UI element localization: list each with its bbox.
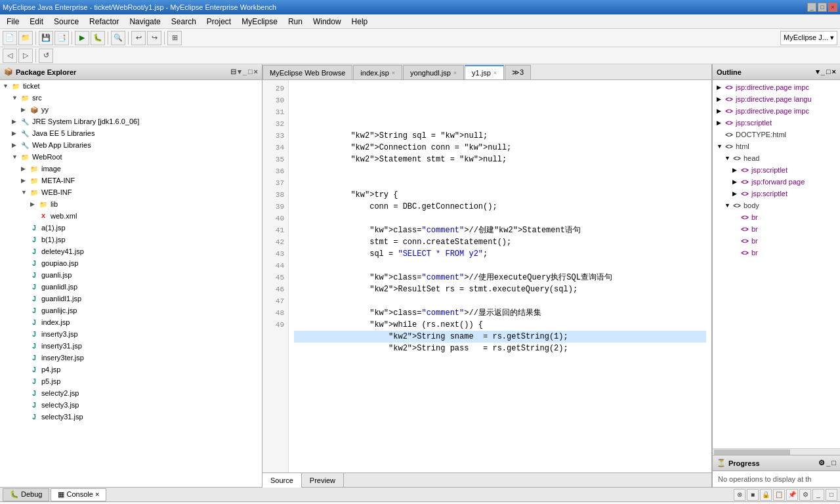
tab-close-button[interactable]: × (494, 70, 497, 76)
tree-item[interactable]: Jindex.jsp (0, 316, 262, 328)
console-clear[interactable]: ⊗ (734, 489, 746, 501)
tree-item[interactable]: ▶📁lib (0, 198, 262, 210)
menu-item-edit[interactable]: Edit (24, 16, 49, 28)
code-line[interactable]: "kw2">String sql = "kw">null; (294, 130, 706, 142)
tree-item[interactable]: Jguanlidl.jsp (0, 281, 262, 293)
code-line[interactable]: "kw">try { (294, 189, 706, 201)
tree-item[interactable]: ▶📦yy (0, 104, 262, 116)
code-line[interactable]: conn = DBC.getConnection(); (294, 201, 706, 213)
code-line[interactable] (294, 106, 706, 118)
code-line[interactable]: sql = "SELECT * FROM y2"; (294, 248, 706, 260)
code-content[interactable]: "kw2">String sql = "kw">null; "kw2">Conn… (289, 80, 711, 472)
tree-item[interactable]: Jselecty2.jsp (0, 387, 262, 399)
close-panel-button[interactable]: × (254, 68, 258, 76)
outline-item[interactable]: <>br (714, 211, 839, 223)
editor-tab-index.jsp[interactable]: index.jsp× (353, 65, 402, 79)
outline-item[interactable]: <>DOCTYPE:html (714, 129, 839, 140)
new-button[interactable]: 📄 (3, 31, 17, 45)
debug-button[interactable]: 🐛 (91, 31, 105, 45)
tree-item[interactable]: Jp5.jsp (0, 375, 262, 387)
tree-item[interactable]: ▶🔧Java EE 5 Libraries (0, 127, 262, 139)
tree-item[interactable]: Jb(1).jsp (0, 234, 262, 245)
close-button[interactable]: × (828, 3, 837, 12)
code-line[interactable]: "kw2">Connection conn = "kw">null; (294, 142, 706, 154)
redo-button[interactable]: ↪ (147, 31, 161, 45)
tree-item[interactable]: Jdeletey41.jsp (0, 245, 262, 257)
code-line[interactable] (294, 260, 706, 272)
editor-source-tabs[interactable]: Source Preview (262, 472, 711, 487)
panel-header-controls[interactable]: ⊟ ▾ _ □ × (230, 68, 258, 76)
outline-item[interactable]: ▶<>jsp:forward page (714, 176, 839, 188)
tree-item[interactable]: Jselecty31.jsp (0, 411, 262, 423)
outline-close[interactable]: × (832, 68, 836, 76)
tab-close-button[interactable]: × (392, 70, 395, 76)
console-paste[interactable]: 📌 (786, 489, 798, 501)
tree-item[interactable]: Jguanlidl1.jsp (0, 293, 262, 304)
debug-tab[interactable]: 🐛 Debug (3, 488, 49, 501)
menu-item-file[interactable]: File (1, 16, 24, 28)
code-line[interactable] (294, 177, 706, 189)
tree-item[interactable]: ▶🔧JRE System Library [jdk1.6.0_06] (0, 116, 262, 127)
code-line[interactable]: "kw">while (rs.next()) { (294, 319, 706, 331)
tree-item[interactable]: Jguanli.jsp (0, 269, 262, 281)
outline-item[interactable]: ▼<>html (714, 140, 839, 152)
perspective-button[interactable]: ⊞ (167, 31, 182, 45)
menu-item-navigate[interactable]: Navigate (124, 16, 165, 28)
title-bar-controls[interactable]: _ □ × (807, 3, 837, 12)
menu-item-project[interactable]: Project (201, 16, 236, 28)
menu-item-help[interactable]: Help (346, 16, 373, 28)
maximize-button[interactable]: □ (818, 3, 827, 12)
outline-item[interactable]: ▶<>jsp:scriptlet (714, 117, 839, 129)
source-tab[interactable]: Source (262, 473, 302, 488)
editor-tab-y1.jsp[interactable]: y1.jsp× (465, 65, 504, 79)
tree-item[interactable]: ▼📁WEB-INF (0, 186, 262, 198)
collapse-all-button[interactable]: ⊟ (230, 68, 236, 76)
code-line[interactable]: "kw">class="comment">//使用executeQuery执行S… (294, 272, 706, 284)
code-line[interactable] (294, 295, 706, 307)
outline-min[interactable]: _ (821, 68, 825, 76)
console-min[interactable]: _ (812, 489, 824, 501)
back-button[interactable]: ◁ (3, 49, 17, 63)
outline-item[interactable]: ▶<>jsp:directive.page impc (714, 105, 839, 117)
outline-tree[interactable]: ▶<>jsp:directive.page impc▶<>jsp:directi… (713, 80, 840, 448)
tree-item[interactable]: Jguanlijc.jsp (0, 304, 262, 316)
code-line[interactable]: "kw2">String sname = rs.getString(1); (294, 331, 706, 343)
tree-item[interactable]: ▶🔧Web App Libraries (0, 139, 262, 151)
outline-item[interactable]: ▶<>jsp:scriptlet (714, 188, 839, 200)
menu-item-window[interactable]: Window (308, 16, 346, 28)
editor-tab-myeclipsewebbrowse[interactable]: MyEclipse Web Browse (262, 65, 352, 79)
tree-item[interactable]: ▼📁ticket (0, 80, 262, 92)
panel-menu-button[interactable]: ▾ (238, 68, 242, 76)
console-scroll-lock[interactable]: 🔒 (760, 489, 772, 501)
outline-item[interactable]: <>br (714, 235, 839, 247)
save-all-button[interactable]: 📑 (54, 31, 69, 45)
tree-item[interactable]: Jinserty31.jsp (0, 340, 262, 352)
tree-item[interactable]: ▼📁WebRoot (0, 151, 262, 163)
outline-item[interactable]: ▶<>jsp:scriptlet (714, 164, 839, 176)
outline-item[interactable]: ▶<>jsp:directive.page langu (714, 93, 839, 105)
preview-tab[interactable]: Preview (302, 473, 344, 488)
outline-item[interactable]: <>br (714, 223, 839, 235)
code-line[interactable] (294, 165, 706, 177)
undo-button[interactable]: ↩ (131, 31, 146, 45)
code-line[interactable]: "kw">class="comment">//显示返回的结果集 (294, 307, 706, 319)
open-button[interactable]: 📁 (18, 31, 33, 45)
console-max[interactable]: □ (826, 489, 837, 501)
run-button[interactable]: ▶ (75, 31, 89, 45)
code-line[interactable] (294, 118, 706, 130)
code-line[interactable]: stmt = conn.createStatement(); (294, 236, 706, 248)
tree-item[interactable]: Xweb.xml (0, 210, 262, 222)
menu-item-myeclipse[interactable]: MyEclipse (236, 16, 283, 28)
tree-item[interactable]: Jinserty3.jsp (0, 328, 262, 340)
minimize-panel-button[interactable]: _ (243, 68, 247, 76)
forward-button[interactable]: ▷ (18, 49, 33, 63)
editor-tab-3[interactable]: ≫3 (505, 65, 531, 79)
console-tab[interactable]: ▦ Console × (51, 488, 106, 501)
console-copy[interactable]: 📋 (773, 489, 785, 501)
tree-item[interactable]: Jinsery3ter.jsp (0, 352, 262, 364)
package-tree[interactable]: ▼📁ticket▼📁src▶📦yy▶🔧JRE System Library [j… (0, 80, 262, 487)
outline-item[interactable]: <>br (714, 247, 839, 259)
tree-item[interactable]: Jselecty3.jsp (0, 399, 262, 411)
tree-item[interactable]: Ja(1).jsp (0, 222, 262, 234)
minimize-button[interactable]: _ (807, 3, 816, 12)
